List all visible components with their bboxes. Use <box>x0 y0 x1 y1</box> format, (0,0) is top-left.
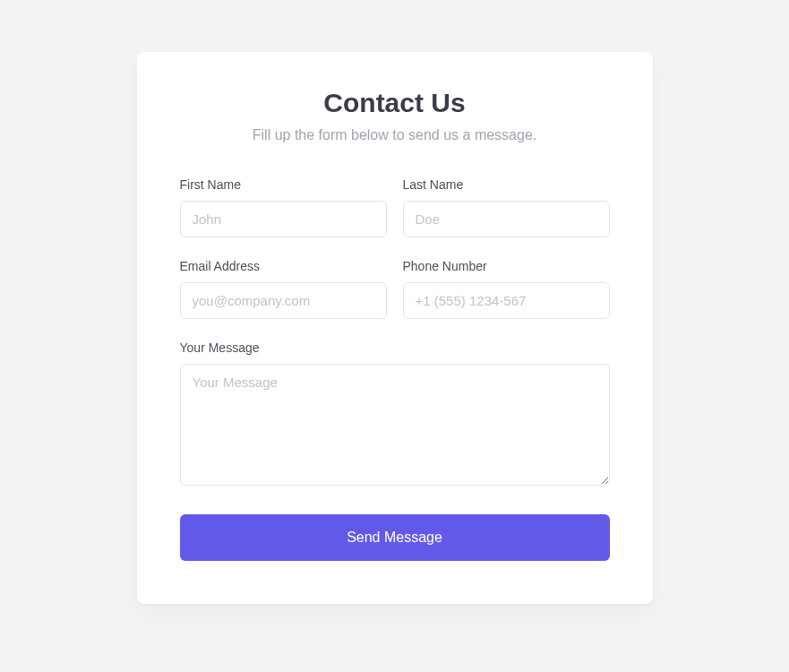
field-first-name: First Name <box>180 177 387 237</box>
field-message: Your Message <box>180 340 610 486</box>
first-name-input[interactable] <box>180 201 387 237</box>
row-name: First Name Last Name <box>180 177 610 237</box>
contact-card: Contact Us Fill up the form below to sen… <box>137 52 653 604</box>
last-name-input[interactable] <box>403 201 610 237</box>
page-title: Contact Us <box>180 88 610 118</box>
email-input[interactable] <box>180 282 387 319</box>
row-contact: Email Address Phone Number <box>180 259 610 319</box>
page-subtitle: Fill up the form below to send us a mess… <box>180 127 610 143</box>
field-phone: Phone Number <box>403 259 610 319</box>
phone-label: Phone Number <box>403 259 610 273</box>
phone-input[interactable] <box>403 282 610 319</box>
message-textarea[interactable] <box>180 364 610 486</box>
message-label: Your Message <box>180 340 610 355</box>
field-email: Email Address <box>180 259 387 319</box>
first-name-label: First Name <box>180 177 387 192</box>
send-message-button[interactable]: Send Message <box>180 514 610 561</box>
field-last-name: Last Name <box>403 177 610 237</box>
last-name-label: Last Name <box>403 177 610 192</box>
email-label: Email Address <box>180 259 387 273</box>
